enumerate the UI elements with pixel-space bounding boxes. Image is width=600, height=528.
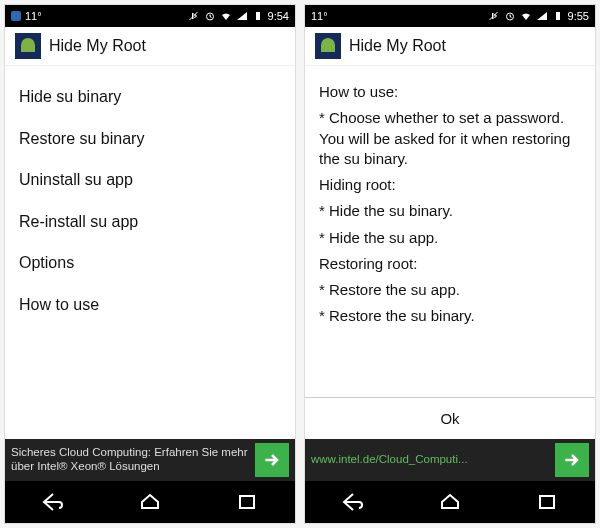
phone-right: 11° 9:55 Hide My Root How to use: * Choo… [304, 4, 596, 524]
battery-icon [552, 10, 564, 22]
menu-hide-su-binary[interactable]: Hide su binary [19, 76, 281, 118]
instructions-p3a: * Restore the su app. [319, 280, 581, 300]
notification-icon [11, 11, 21, 21]
instructions-p2b: * Hide the su app. [319, 228, 581, 248]
wifi-icon [520, 10, 532, 22]
nav-recent-icon[interactable] [235, 492, 259, 512]
alarm-icon [504, 10, 516, 22]
ok-button[interactable]: Ok [305, 397, 595, 439]
alarm-icon [204, 10, 216, 22]
ad-banner[interactable]: Sicheres Cloud Computing: Erfahren Sie m… [5, 439, 295, 481]
signal-icon [236, 10, 248, 22]
instructions-p3b: * Restore the su binary. [319, 306, 581, 326]
wifi-icon [220, 10, 232, 22]
mute-icon [488, 10, 500, 22]
app-icon [15, 33, 41, 59]
temperature: 11° [311, 10, 328, 22]
nav-bar [5, 481, 295, 523]
svg-rect-1 [256, 12, 260, 20]
ad-text: www.intel.de/Cloud_Computi... [311, 453, 555, 467]
ad-text: Sicheres Cloud Computing: Erfahren Sie m… [11, 446, 255, 474]
temperature: 11° [25, 10, 42, 22]
menu-restore-su-binary[interactable]: Restore su binary [19, 118, 281, 160]
app-title: Hide My Root [349, 37, 446, 55]
instructions-p2a: * Hide the su binary. [319, 201, 581, 221]
ad-arrow-icon[interactable] [555, 443, 589, 477]
app-bar: Hide My Root [5, 27, 295, 66]
menu-how-to-use[interactable]: How to use [19, 284, 281, 326]
instructions-panel: How to use: * Choose whether to set a pa… [305, 66, 595, 397]
instructions-h2: Hiding root: [319, 175, 581, 195]
menu-reinstall-su-app[interactable]: Re-install su app [19, 201, 281, 243]
clock: 9:55 [568, 10, 589, 22]
svg-rect-5 [540, 496, 554, 508]
app-icon [315, 33, 341, 59]
menu-uninstall-su-app[interactable]: Uninstall su app [19, 159, 281, 201]
nav-bar [305, 481, 595, 523]
instructions-p1: * Choose whether to set a password. You … [319, 108, 581, 169]
nav-back-icon[interactable] [41, 492, 65, 512]
app-title: Hide My Root [49, 37, 146, 55]
app-bar: Hide My Root [305, 27, 595, 66]
svg-rect-2 [240, 496, 254, 508]
clock: 9:54 [268, 10, 289, 22]
instructions-heading: How to use: [319, 82, 581, 102]
phone-left: 11° 9:54 Hide My Root Hide su binary Res… [4, 4, 296, 524]
menu-options[interactable]: Options [19, 242, 281, 284]
ad-banner[interactable]: www.intel.de/Cloud_Computi... [305, 439, 595, 481]
instructions-h3: Restoring root: [319, 254, 581, 274]
svg-rect-4 [556, 12, 560, 20]
status-bar: 11° 9:55 [305, 5, 595, 27]
nav-back-icon[interactable] [341, 492, 365, 512]
nav-home-icon[interactable] [138, 492, 162, 512]
ad-arrow-icon[interactable] [255, 443, 289, 477]
status-bar: 11° 9:54 [5, 5, 295, 27]
menu-list: Hide su binary Restore su binary Uninsta… [5, 66, 295, 439]
mute-icon [188, 10, 200, 22]
signal-icon [536, 10, 548, 22]
nav-home-icon[interactable] [438, 492, 462, 512]
nav-recent-icon[interactable] [535, 492, 559, 512]
battery-icon [252, 10, 264, 22]
